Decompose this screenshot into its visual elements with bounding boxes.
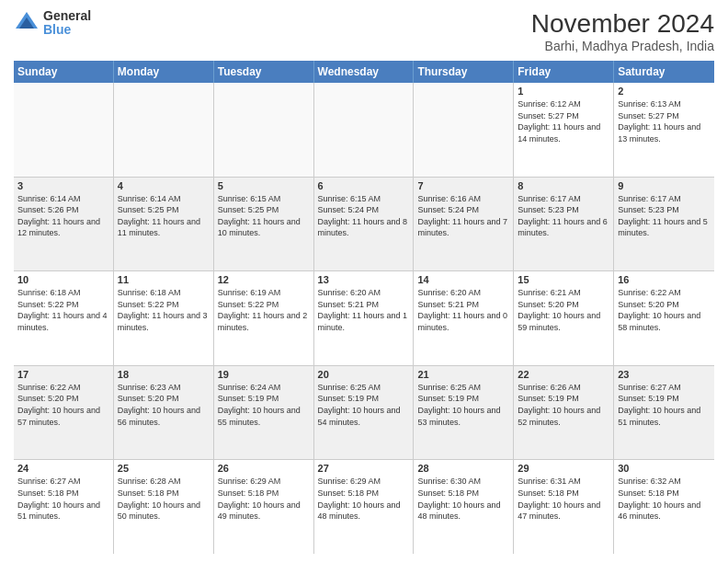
day-number: 25 xyxy=(118,463,210,474)
calendar-cell xyxy=(314,83,415,177)
header: General Blue November 2024 Barhi, Madhya… xyxy=(14,9,714,53)
calendar-cell: 12Sunrise: 6:19 AM Sunset: 5:22 PM Dayli… xyxy=(214,271,314,365)
calendar-cell: 16Sunrise: 6:22 AM Sunset: 5:20 PM Dayli… xyxy=(614,271,714,365)
day-info: Sunrise: 6:18 AM Sunset: 5:22 PM Dayligh… xyxy=(118,287,210,333)
day-number: 6 xyxy=(318,180,410,191)
day-info: Sunrise: 6:14 AM Sunset: 5:26 PM Dayligh… xyxy=(17,193,109,239)
day-info: Sunrise: 6:17 AM Sunset: 5:23 PM Dayligh… xyxy=(518,193,609,239)
day-info: Sunrise: 6:15 AM Sunset: 5:24 PM Dayligh… xyxy=(318,193,410,239)
calendar-cell: 1Sunrise: 6:12 AM Sunset: 5:27 PM Daylig… xyxy=(514,83,614,177)
day-number: 15 xyxy=(518,274,609,285)
day-number: 24 xyxy=(17,463,109,474)
calendar-cell: 26Sunrise: 6:29 AM Sunset: 5:18 PM Dayli… xyxy=(214,460,314,554)
day-info: Sunrise: 6:25 AM Sunset: 5:19 PM Dayligh… xyxy=(318,382,410,428)
calendar-header: SundayMondayTuesdayWednesdayThursdayFrid… xyxy=(14,61,714,83)
calendar-cell: 24Sunrise: 6:27 AM Sunset: 5:18 PM Dayli… xyxy=(14,460,114,554)
logo-blue: Blue xyxy=(43,23,91,37)
logo-general: General xyxy=(43,9,91,23)
day-number: 26 xyxy=(218,463,310,474)
day-number: 5 xyxy=(218,180,310,191)
day-number: 29 xyxy=(518,463,609,474)
calendar-cell xyxy=(14,83,114,177)
day-info: Sunrise: 6:25 AM Sunset: 5:19 PM Dayligh… xyxy=(417,382,509,428)
calendar-header-cell: Wednesday xyxy=(314,61,415,83)
day-number: 16 xyxy=(618,274,711,285)
calendar-cell xyxy=(414,83,514,177)
day-number: 1 xyxy=(518,86,609,97)
calendar-cell: 14Sunrise: 6:20 AM Sunset: 5:21 PM Dayli… xyxy=(414,271,514,365)
day-number: 21 xyxy=(417,369,509,380)
day-info: Sunrise: 6:30 AM Sunset: 5:18 PM Dayligh… xyxy=(417,476,509,522)
day-info: Sunrise: 6:13 AM Sunset: 5:27 PM Dayligh… xyxy=(618,98,711,144)
calendar-header-cell: Sunday xyxy=(14,61,114,83)
day-number: 30 xyxy=(618,463,711,474)
calendar-cell: 21Sunrise: 6:25 AM Sunset: 5:19 PM Dayli… xyxy=(414,366,514,460)
day-info: Sunrise: 6:28 AM Sunset: 5:18 PM Dayligh… xyxy=(118,476,210,522)
day-info: Sunrise: 6:20 AM Sunset: 5:21 PM Dayligh… xyxy=(417,287,509,333)
calendar-header-cell: Friday xyxy=(514,61,614,83)
logo-icon xyxy=(14,10,40,36)
day-number: 2 xyxy=(618,86,711,97)
day-info: Sunrise: 6:17 AM Sunset: 5:23 PM Dayligh… xyxy=(618,193,711,239)
calendar-body: 1Sunrise: 6:12 AM Sunset: 5:27 PM Daylig… xyxy=(14,83,714,554)
day-number: 28 xyxy=(417,463,509,474)
calendar-cell: 15Sunrise: 6:21 AM Sunset: 5:20 PM Dayli… xyxy=(514,271,614,365)
day-info: Sunrise: 6:19 AM Sunset: 5:22 PM Dayligh… xyxy=(218,287,310,333)
day-info: Sunrise: 6:32 AM Sunset: 5:18 PM Dayligh… xyxy=(618,476,711,522)
day-info: Sunrise: 6:18 AM Sunset: 5:22 PM Dayligh… xyxy=(17,287,109,333)
calendar-cell: 20Sunrise: 6:25 AM Sunset: 5:19 PM Dayli… xyxy=(314,366,415,460)
calendar-week: 24Sunrise: 6:27 AM Sunset: 5:18 PM Dayli… xyxy=(14,460,714,554)
calendar-cell: 8Sunrise: 6:17 AM Sunset: 5:23 PM Daylig… xyxy=(514,178,614,271)
day-number: 17 xyxy=(17,369,109,380)
calendar-cell: 11Sunrise: 6:18 AM Sunset: 5:22 PM Dayli… xyxy=(114,271,214,365)
day-number: 13 xyxy=(318,274,410,285)
day-info: Sunrise: 6:15 AM Sunset: 5:25 PM Dayligh… xyxy=(218,193,310,239)
calendar-cell: 29Sunrise: 6:31 AM Sunset: 5:18 PM Dayli… xyxy=(514,460,614,554)
calendar-cell: 19Sunrise: 6:24 AM Sunset: 5:19 PM Dayli… xyxy=(214,366,314,460)
day-info: Sunrise: 6:23 AM Sunset: 5:20 PM Dayligh… xyxy=(118,382,210,428)
main-title: November 2024 xyxy=(531,9,714,39)
day-number: 14 xyxy=(417,274,509,285)
day-number: 9 xyxy=(618,180,711,191)
day-info: Sunrise: 6:26 AM Sunset: 5:19 PM Dayligh… xyxy=(518,382,609,428)
calendar-cell: 13Sunrise: 6:20 AM Sunset: 5:21 PM Dayli… xyxy=(314,271,415,365)
day-number: 20 xyxy=(318,369,410,380)
day-info: Sunrise: 6:21 AM Sunset: 5:20 PM Dayligh… xyxy=(518,287,609,333)
calendar-header-cell: Saturday xyxy=(614,61,714,83)
calendar-cell: 4Sunrise: 6:14 AM Sunset: 5:25 PM Daylig… xyxy=(114,178,214,271)
calendar-header-cell: Thursday xyxy=(414,61,514,83)
day-info: Sunrise: 6:31 AM Sunset: 5:18 PM Dayligh… xyxy=(518,476,609,522)
day-number: 23 xyxy=(618,369,711,380)
calendar-cell: 27Sunrise: 6:29 AM Sunset: 5:18 PM Dayli… xyxy=(314,460,415,554)
calendar-week: 10Sunrise: 6:18 AM Sunset: 5:22 PM Dayli… xyxy=(14,271,714,366)
day-info: Sunrise: 6:29 AM Sunset: 5:18 PM Dayligh… xyxy=(218,476,310,522)
calendar-cell: 17Sunrise: 6:22 AM Sunset: 5:20 PM Dayli… xyxy=(14,366,114,460)
day-number: 10 xyxy=(17,274,109,285)
calendar: SundayMondayTuesdayWednesdayThursdayFrid… xyxy=(14,61,714,554)
calendar-cell: 28Sunrise: 6:30 AM Sunset: 5:18 PM Dayli… xyxy=(414,460,514,554)
day-number: 19 xyxy=(218,369,310,380)
day-info: Sunrise: 6:16 AM Sunset: 5:24 PM Dayligh… xyxy=(417,193,509,239)
subtitle: Barhi, Madhya Pradesh, India xyxy=(531,39,714,53)
day-number: 3 xyxy=(17,180,109,191)
title-block: November 2024 Barhi, Madhya Pradesh, Ind… xyxy=(531,9,714,53)
day-info: Sunrise: 6:27 AM Sunset: 5:18 PM Dayligh… xyxy=(17,476,109,522)
calendar-cell: 22Sunrise: 6:26 AM Sunset: 5:19 PM Dayli… xyxy=(514,366,614,460)
calendar-cell: 9Sunrise: 6:17 AM Sunset: 5:23 PM Daylig… xyxy=(614,178,714,271)
day-info: Sunrise: 6:12 AM Sunset: 5:27 PM Dayligh… xyxy=(518,98,609,144)
day-number: 7 xyxy=(417,180,509,191)
calendar-cell: 18Sunrise: 6:23 AM Sunset: 5:20 PM Dayli… xyxy=(114,366,214,460)
day-number: 12 xyxy=(218,274,310,285)
day-info: Sunrise: 6:22 AM Sunset: 5:20 PM Dayligh… xyxy=(618,287,711,333)
calendar-cell: 10Sunrise: 6:18 AM Sunset: 5:22 PM Dayli… xyxy=(14,271,114,365)
calendar-header-cell: Tuesday xyxy=(214,61,314,83)
day-number: 27 xyxy=(318,463,410,474)
calendar-cell: 3Sunrise: 6:14 AM Sunset: 5:26 PM Daylig… xyxy=(14,178,114,271)
calendar-header-cell: Monday xyxy=(114,61,214,83)
day-info: Sunrise: 6:27 AM Sunset: 5:19 PM Dayligh… xyxy=(618,382,711,428)
day-number: 18 xyxy=(118,369,210,380)
day-info: Sunrise: 6:29 AM Sunset: 5:18 PM Dayligh… xyxy=(318,476,410,522)
calendar-cell: 5Sunrise: 6:15 AM Sunset: 5:25 PM Daylig… xyxy=(214,178,314,271)
day-info: Sunrise: 6:14 AM Sunset: 5:25 PM Dayligh… xyxy=(118,193,210,239)
calendar-week: 17Sunrise: 6:22 AM Sunset: 5:20 PM Dayli… xyxy=(14,366,714,461)
